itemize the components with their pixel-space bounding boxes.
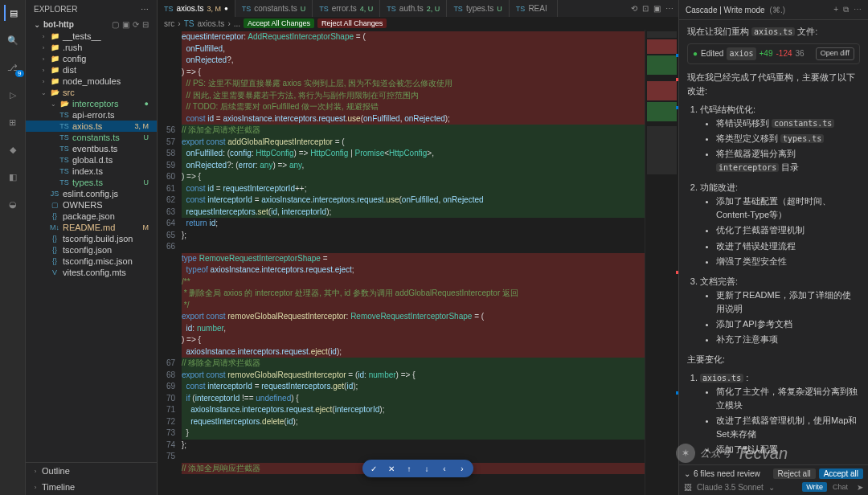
open-diff-button[interactable]: Open diff — [816, 47, 854, 60]
editor-tab[interactable]: TSerror.ts4, U — [313, 0, 380, 17]
docker-icon[interactable]: ◒ — [5, 196, 21, 212]
reject-all-button[interactable]: Reject all — [773, 468, 816, 479]
outline-section[interactable]: ›Outline — [26, 463, 157, 479]
editor-tab[interactable]: TSauth.ts2, U — [380, 0, 447, 17]
tree-node[interactable]: ›📁node_modules — [26, 76, 157, 87]
tab-op-icon[interactable]: ⋯ — [665, 4, 674, 13]
tree-node[interactable]: M↓README.mdM — [26, 222, 157, 233]
cascade-body: 现在让我们重构 axios.ts 文件: ● Edited axios +49 … — [679, 20, 868, 464]
project-name: bot-http — [43, 20, 74, 29]
new-folder-icon[interactable]: ▣ — [122, 20, 129, 29]
mode-write[interactable]: Write — [802, 482, 827, 492]
fab-check-icon[interactable]: ✓ — [367, 462, 380, 475]
chevron-icon[interactable]: ⌄ — [684, 469, 690, 478]
activity-bar: ▤ 🔍 ⎇ ▷ ⊞ ◆ ◧ ◒ — [0, 0, 26, 495]
tab-op-icon[interactable]: ▣ — [653, 4, 661, 13]
code-editor[interactable]: equestinterceptor: AddRequestInterceptor… — [180, 30, 645, 495]
tree-node[interactable]: TSconstants.tsU — [26, 132, 157, 143]
fab-x-icon[interactable]: ✕ — [385, 462, 398, 475]
tree-node[interactable]: Vvitest.config.mts — [26, 267, 157, 278]
extensions-icon[interactable]: ⊞ — [5, 114, 21, 130]
tree-node[interactable]: {}tsconfig.misc.json — [26, 256, 157, 267]
cascade-footer: ⌄ 6 files need review Reject all Accept … — [679, 464, 868, 495]
tab-bar: TSaxios.ts3, M●TSconstants.tsUTSerror.ts… — [158, 0, 678, 17]
line-gutter: 5657585960616263646566676869707172737475 — [158, 30, 180, 495]
explorer-more-icon[interactable]: ⋯ — [141, 5, 149, 14]
tree-node[interactable]: TStypes.tsU — [26, 177, 157, 188]
file-tree: ›📁__tests__›📁.rush›📁config›📁dist›📁node_m… — [26, 31, 157, 462]
python-icon[interactable]: ◆ — [5, 141, 21, 158]
tree-node[interactable]: {}package.json — [26, 211, 157, 222]
tree-node[interactable]: ⌄📂interceptors● — [26, 98, 157, 109]
image-icon[interactable]: 🖼 — [684, 483, 692, 492]
search-icon[interactable]: 🔍 — [5, 32, 21, 48]
tree-node[interactable]: {}tsconfig.json — [26, 244, 157, 256]
tree-node[interactable]: ›📁config — [26, 53, 157, 64]
refresh-icon[interactable]: ⟳ — [133, 20, 139, 29]
send-icon[interactable]: ➤ — [857, 483, 863, 492]
run-debug-icon[interactable]: ▷ — [5, 87, 21, 103]
collapse-icon[interactable]: ⊟ — [142, 20, 149, 29]
tree-node[interactable]: TSeventbus.ts — [26, 143, 157, 154]
breadcrumb[interactable]: src› TSaxios.ts› ... Accept All Changes … — [158, 17, 678, 30]
tree-node[interactable]: ›📁.rush — [26, 42, 157, 53]
more-icon[interactable]: ⋯ — [854, 5, 862, 14]
explorer-panel: Explorer ⋯ ⌄ bot-http ▢ ▣ ⟳ ⊟ ›📁__tests_… — [26, 0, 158, 495]
mode-chat[interactable]: Chat — [829, 482, 852, 492]
floating-toolbar: ✓ ✕ ↑ ↓ ‹ › — [362, 460, 473, 477]
fab-down-icon[interactable]: ↓ — [420, 462, 433, 475]
fab-prev-icon[interactable]: ‹ — [438, 462, 451, 475]
tree-node[interactable]: TSglobal.d.ts — [26, 154, 157, 166]
plus-icon[interactable]: + — [833, 5, 838, 14]
tree-node[interactable]: TSindex.ts — [26, 166, 157, 177]
tree-node[interactable]: TSaxios.ts3, M — [26, 121, 157, 132]
cascade-title: Cascade | Write mode — [686, 6, 765, 14]
reject-all-button[interactable]: Reject All Changes — [317, 18, 387, 28]
fab-next-icon[interactable]: › — [456, 462, 469, 475]
tab-op-icon[interactable]: ⊡ — [642, 4, 649, 13]
editor-tab[interactable]: TSREAI — [510, 0, 558, 17]
remote-icon[interactable]: ◧ — [5, 169, 21, 185]
tree-node[interactable]: JSeslint.config.js — [26, 188, 157, 199]
editor-tab[interactable]: TSconstants.tsU — [235, 0, 313, 17]
tree-node[interactable]: ›📁dist — [26, 64, 157, 76]
tab-op-icon[interactable]: ⟲ — [631, 4, 637, 13]
files-icon[interactable]: ▤ — [4, 5, 20, 21]
minimap[interactable] — [645, 30, 678, 495]
accept-all-button[interactable]: Accept All Changes — [244, 18, 314, 28]
fab-up-icon[interactable]: ↑ — [403, 462, 416, 475]
editor-tab[interactable]: TStypes.tsU — [447, 0, 509, 17]
cascade-shortcut: (⌘.) — [770, 6, 785, 14]
tree-node[interactable]: ▢OWNERS — [26, 199, 157, 211]
new-file-icon[interactable]: ▢ — [112, 20, 119, 29]
tree-node[interactable]: TSapi-error.ts — [26, 109, 157, 121]
tree-node[interactable]: ⌄📂src — [26, 87, 157, 98]
model-name[interactable]: Claude 3.5 Sonnet — [697, 483, 764, 492]
tree-node[interactable]: {}tsconfig.build.json — [26, 233, 157, 244]
chevron-down-icon[interactable]: ⌄ — [34, 20, 40, 29]
explorer-title: Explorer — [34, 5, 77, 14]
timeline-section[interactable]: ›Timeline — [26, 479, 157, 495]
source-control-icon[interactable]: ⎇ — [5, 59, 21, 76]
cascade-panel: Cascade | Write mode (⌘.) + ⧉ ⋯ 现在让我们重构 … — [678, 0, 868, 495]
accept-all-button[interactable]: Accept all — [819, 468, 863, 479]
editor-main: TSaxios.ts3, M●TSconstants.tsUTSerror.ts… — [158, 0, 678, 495]
edit-summary[interactable]: ● Edited axios +49 -124 36 Open diff — [687, 43, 860, 64]
editor-tab[interactable]: TSaxios.ts3, M● — [158, 0, 235, 17]
tree-node[interactable]: ›📁__tests__ — [26, 31, 157, 42]
history-icon[interactable]: ⧉ — [843, 5, 849, 14]
